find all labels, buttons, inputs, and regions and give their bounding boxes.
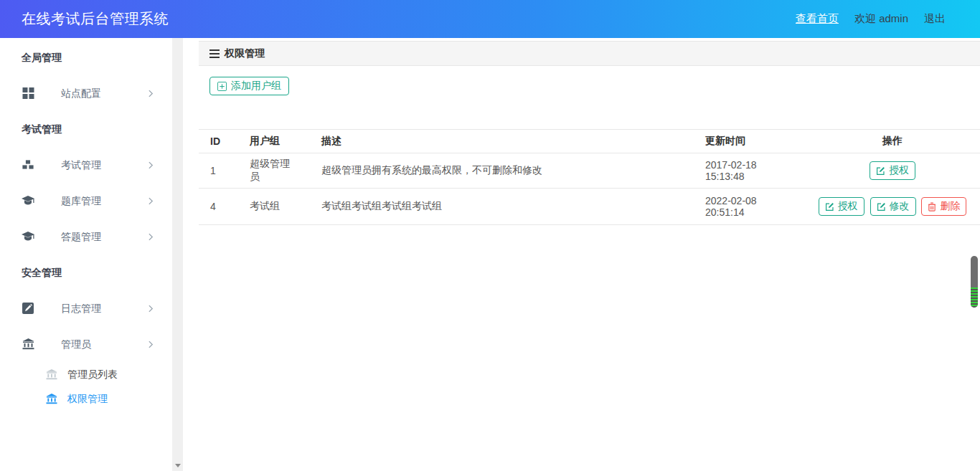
authorize-label: 授权 <box>838 200 858 213</box>
top-header: 在线考试后台管理系统 查看首页 欢迎 admin 退出 <box>0 0 980 38</box>
edit-label: 修改 <box>890 200 910 213</box>
authorize-button[interactable]: 授权 <box>870 161 915 180</box>
sidebar-item-question-bank[interactable]: 题库管理 <box>0 183 172 219</box>
graduation-cap-icon <box>22 195 34 207</box>
cell-updated: 2022-02-08 20:51:14 <box>694 189 805 225</box>
sidebar-item-label: 题库管理 <box>61 194 101 207</box>
sidebar-subitem-permission-mgmt[interactable]: 权限管理 <box>0 386 172 411</box>
col-header-actions: 操作 <box>805 130 980 153</box>
col-header-desc: 描述 <box>310 130 694 153</box>
bank-icon <box>22 338 34 351</box>
pen-square-icon <box>22 303 34 315</box>
sidebar-item-label: 考试管理 <box>61 158 101 171</box>
cell-actions: 授权 <box>805 153 980 189</box>
scrollbar-stripes <box>971 287 978 308</box>
bank-icon <box>46 369 58 380</box>
table-row: 1 超级管理员 超级管理员拥有系统的最高权限，不可删除和修改 2017-02-1… <box>199 153 980 189</box>
page-scrollbar-thumb[interactable] <box>971 256 978 308</box>
panel-header: 权限管理 <box>199 41 980 66</box>
edit-button[interactable]: 修改 <box>870 197 916 216</box>
chevron-right-icon <box>149 233 154 241</box>
table-header-row: ID 用户组 描述 更新时间 操作 <box>199 130 980 153</box>
sidebar-subitem-admin-list[interactable]: 管理员列表 <box>0 362 172 386</box>
sidebar-section-global: 全局管理 <box>0 39 172 75</box>
sidebar-item-label: 管理员 <box>61 338 91 351</box>
sidebar: 全局管理 站点配置 考试管理 考试管理 题库管理 <box>0 38 172 471</box>
col-header-id: ID <box>199 130 238 153</box>
main-content: 权限管理 添加用户组 ID 用户组 描述 更新时间 操作 <box>183 38 980 471</box>
chevron-right-icon <box>149 90 154 97</box>
graduation-cap-icon <box>22 231 34 243</box>
cell-group: 考试组 <box>238 189 310 225</box>
welcome-text: 欢迎 admin <box>854 12 908 26</box>
sidebar-item-exam-mgmt[interactable]: 考试管理 <box>0 147 172 183</box>
cubes-icon <box>22 159 34 171</box>
cell-updated: 2017-02-18 15:13:48 <box>694 153 805 189</box>
list-bars-icon <box>209 49 220 58</box>
col-header-updated: 更新时间 <box>694 130 805 153</box>
edit-icon <box>877 202 886 211</box>
sidebar-item-admin[interactable]: 管理员 <box>0 326 172 362</box>
logout-link[interactable]: 退出 <box>924 12 946 26</box>
chevron-right-icon <box>149 161 154 169</box>
chevron-right-icon <box>149 305 154 313</box>
cell-actions: 授权 修改 删除 <box>805 189 980 225</box>
cell-group: 超级管理员 <box>238 153 310 189</box>
toolbar: 添加用户组 <box>199 66 980 106</box>
sidebar-section-exam: 考试管理 <box>0 111 172 147</box>
add-user-group-label: 添加用户组 <box>231 80 281 92</box>
panel-title: 权限管理 <box>225 47 265 60</box>
edit-icon <box>876 166 885 176</box>
cell-id: 1 <box>199 153 238 189</box>
chevron-right-icon <box>149 197 154 205</box>
add-user-group-button[interactable]: 添加用户组 <box>209 77 289 95</box>
cell-desc: 超级管理员拥有系统的最高权限，不可删除和修改 <box>310 153 694 189</box>
sidebar-subitem-label: 管理员列表 <box>67 368 118 381</box>
plus-square-icon <box>217 82 227 91</box>
delete-button[interactable]: 删除 <box>921 197 966 216</box>
sidebar-item-site-config[interactable]: 站点配置 <box>0 75 172 111</box>
sidebar-item-label: 站点配置 <box>61 87 101 100</box>
chevron-right-icon <box>149 341 154 348</box>
cell-id: 4 <box>199 189 238 225</box>
edit-icon <box>825 202 834 211</box>
user-group-table: ID 用户组 描述 更新时间 操作 1 超级管理员 超级管理员拥有系统的最高权限… <box>199 129 980 225</box>
trash-icon <box>928 202 936 211</box>
page-title: 在线考试后台管理系统 <box>22 9 169 29</box>
bank-icon <box>46 394 58 404</box>
sidebar-subitem-label: 权限管理 <box>67 392 108 405</box>
sidebar-item-log-mgmt[interactable]: 日志管理 <box>0 290 172 326</box>
sidebar-item-label: 日志管理 <box>61 302 101 315</box>
table-row: 4 考试组 考试组考试组考试组考试组 2022-02-08 20:51:14 授… <box>199 189 980 225</box>
cell-desc: 考试组考试组考试组考试组 <box>310 189 694 225</box>
grid-icon <box>22 87 34 100</box>
header-links: 查看首页 欢迎 admin 退出 <box>796 12 946 26</box>
authorize-button[interactable]: 授权 <box>819 197 864 216</box>
sidebar-section-security: 安全管理 <box>0 254 172 290</box>
sidebar-scrollbar-track[interactable] <box>172 38 183 471</box>
authorize-label: 授权 <box>889 164 909 177</box>
sidebar-item-answer-mgmt[interactable]: 答题管理 <box>0 219 172 254</box>
scroll-down-arrow-icon[interactable] <box>175 464 181 467</box>
delete-label: 删除 <box>940 200 960 213</box>
view-home-link[interactable]: 查看首页 <box>796 12 839 26</box>
sidebar-item-label: 答题管理 <box>61 230 101 243</box>
col-header-group: 用户组 <box>238 130 310 153</box>
